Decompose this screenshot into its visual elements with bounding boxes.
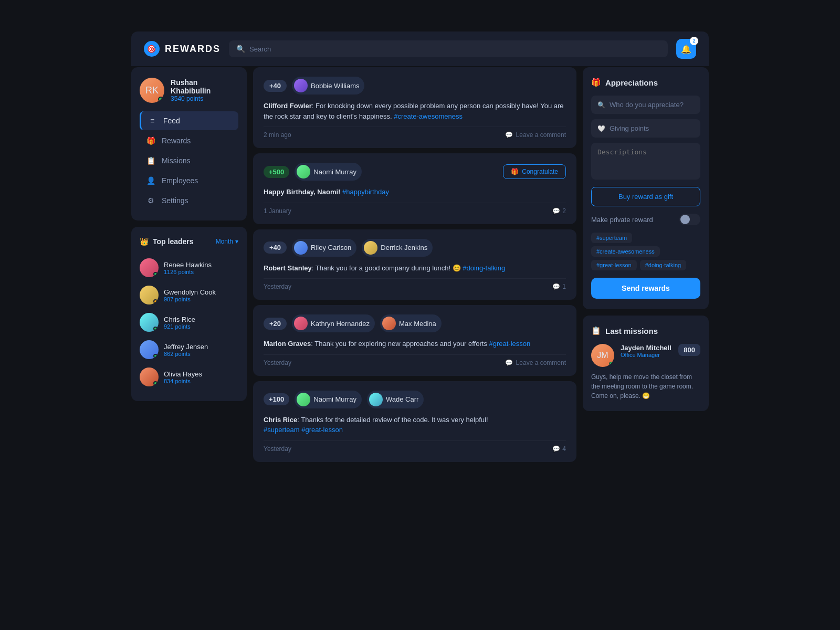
description-input[interactable] bbox=[591, 143, 700, 180]
nav-menu: ≡ Feed 🎁 Rewards 📋 Missions 👤 Employees bbox=[140, 111, 238, 210]
timestamp: 2 min ago bbox=[264, 131, 291, 139]
appreciations-card: 🎁 Appreciations 🔍 Who do you appreciate?… bbox=[583, 67, 709, 309]
feed-card-header: +100 Naomi Murray Wade Carr bbox=[264, 391, 566, 408]
sender-name: Chris Rice bbox=[264, 416, 297, 424]
sidebar-item-feed-label: Feed bbox=[163, 117, 180, 125]
notification-button[interactable]: 🔔 2 bbox=[676, 39, 696, 59]
mission-item: JM Jayden Mitchell Office Manager 800 bbox=[591, 344, 700, 367]
comment-icon: 💬 bbox=[505, 131, 513, 139]
recipient-chip: Naomi Murray bbox=[295, 163, 362, 181]
user-name: Rushan Khabibullin bbox=[171, 78, 238, 95]
missions-title: 📋 Last missions bbox=[591, 326, 700, 335]
leave-comment-link[interactable]: 💬 Leave a comment bbox=[505, 131, 566, 139]
feed-footer: Yesterday 💬 Leave a comment bbox=[264, 354, 566, 366]
leader-points: 834 points bbox=[164, 378, 238, 384]
search-icon: 🔍 bbox=[597, 101, 605, 109]
private-reward-toggle[interactable] bbox=[679, 214, 700, 225]
feed-text: Happy Birthday, Naomi! #happybirthday bbox=[264, 187, 566, 197]
who-appreciate-input[interactable]: 🔍 Who do you appreciate? bbox=[591, 96, 700, 114]
online-indicator bbox=[153, 272, 158, 276]
recipient-avatar bbox=[364, 241, 377, 255]
recipient-avatar bbox=[382, 317, 396, 330]
top-leaders-card: 👑 Top leaders Month ▾ Renee Hawkins 1126… bbox=[131, 227, 247, 401]
feed-footer: Yesterday 💬 1 bbox=[264, 278, 566, 290]
sidebar-item-missions[interactable]: 📋 Missions bbox=[140, 151, 238, 170]
recipient-avatar bbox=[294, 79, 308, 92]
online-indicator bbox=[153, 299, 158, 303]
comment-count: 💬 2 bbox=[552, 207, 566, 215]
message-text: Happy Birthday, Naomi! bbox=[264, 188, 340, 196]
feed-card-header: +40 Riley Carlson Derrick Jenkins bbox=[264, 239, 566, 257]
send-rewards-button[interactable]: Send rewards bbox=[591, 278, 700, 299]
points-badge: +40 bbox=[264, 80, 287, 92]
recipient-name: Kathryn Hernandez bbox=[311, 320, 370, 328]
points-badge: +40 bbox=[264, 242, 287, 254]
tag-superteam[interactable]: #superteam bbox=[591, 233, 632, 243]
search-placeholder: Search bbox=[249, 45, 271, 53]
hashtag: #great-lesson bbox=[301, 426, 343, 434]
giving-points-input[interactable]: 🤍 Giving points bbox=[591, 119, 700, 138]
logo-icon: 🎯 bbox=[144, 41, 160, 57]
timestamp: Yesterday bbox=[264, 359, 291, 366]
hashtag: #superteam bbox=[264, 426, 300, 434]
recipient-name: Bobbie Williams bbox=[311, 82, 359, 90]
timestamp: Yesterday bbox=[264, 445, 291, 453]
comment-count: 💬 1 bbox=[552, 283, 566, 290]
rewards-icon: 🎁 bbox=[146, 136, 155, 145]
tag-great-lesson[interactable]: #great-lesson bbox=[591, 260, 637, 270]
recipient-chip: Max Medina bbox=[380, 314, 442, 332]
hashtag: #create-awesomeness bbox=[394, 112, 463, 120]
points-badge: +20 bbox=[264, 318, 287, 330]
sidebar-item-missions-label: Missions bbox=[162, 156, 190, 165]
leader-name: Jeffrey Jensen bbox=[164, 343, 238, 351]
timestamp: 1 January bbox=[264, 207, 291, 215]
recipient-avatar bbox=[294, 317, 308, 330]
feed-card: +40 Riley Carlson Derrick Jenkins Robert… bbox=[253, 229, 576, 300]
missions-icon: 📋 bbox=[591, 326, 601, 335]
missions-card: 📋 Last missions JM Jayden Mitchell Offic… bbox=[583, 316, 709, 411]
leave-comment-link[interactable]: 💬 Leave a comment bbox=[505, 359, 566, 366]
mission-person-role: Office Manager bbox=[621, 352, 672, 358]
sidebar-item-rewards[interactable]: 🎁 Rewards bbox=[140, 131, 238, 150]
hashtag: #doing-talking bbox=[463, 264, 505, 272]
online-indicator bbox=[153, 354, 158, 358]
missions-icon: 📋 bbox=[146, 156, 155, 165]
month-selector[interactable]: Month ▾ bbox=[216, 238, 238, 245]
feed-text: Robert Stanley: Thank you for a good com… bbox=[264, 263, 566, 274]
sidebar-item-settings[interactable]: ⚙ Settings bbox=[140, 191, 238, 210]
online-indicator bbox=[158, 97, 163, 102]
user-profile-card: RK Rushan Khabibullin 3540 points ≡ Feed… bbox=[131, 67, 247, 220]
search-icon: 🔍 bbox=[236, 45, 245, 53]
leader-info: Chris Rice 921 points bbox=[164, 316, 238, 330]
recipient-chip: Wade Carr bbox=[367, 391, 424, 408]
timestamp: Yesterday bbox=[264, 283, 291, 290]
feed-card: +40 Bobbie Williams Clifford Fowler: For… bbox=[253, 67, 576, 148]
buy-reward-button[interactable]: Buy reward as gift bbox=[591, 187, 700, 206]
avatar bbox=[140, 313, 159, 332]
leader-name: Renee Hawkins bbox=[164, 261, 238, 269]
feed: +40 Bobbie Williams Clifford Fowler: For… bbox=[253, 67, 576, 462]
sidebar-item-feed[interactable]: ≡ Feed bbox=[140, 111, 238, 130]
logo-text: REWARDS bbox=[165, 44, 220, 55]
sender-name: Clifford Fowler bbox=[264, 102, 312, 110]
leader-points: 1126 points bbox=[164, 269, 238, 275]
sidebar-item-employees[interactable]: 👤 Employees bbox=[140, 171, 238, 190]
leader-item: Gwendolyn Cook 987 points bbox=[140, 281, 238, 309]
search-bar[interactable]: 🔍 Search bbox=[229, 40, 668, 57]
recipient-chip: Bobbie Williams bbox=[292, 77, 364, 94]
points-label: Giving points bbox=[610, 124, 649, 132]
crown-icon: 👑 bbox=[140, 237, 149, 246]
missions-title-text: Last missions bbox=[605, 327, 658, 335]
tag-create-awesomeness[interactable]: #create-awesomeness bbox=[591, 246, 660, 257]
congratulate-button[interactable]: 🎁 Congratulate bbox=[503, 164, 566, 179]
leaders-title-text: Top leaders bbox=[153, 237, 194, 246]
sender-name: Robert Stanley bbox=[264, 264, 312, 272]
leaders-title: 👑 Top leaders bbox=[140, 237, 194, 246]
leader-name: Olivia Hayes bbox=[164, 370, 238, 378]
leader-points: 862 points bbox=[164, 351, 238, 357]
appreciations-title: 🎁 Appreciations bbox=[591, 78, 700, 87]
feed-card-header: +40 Bobbie Williams bbox=[264, 77, 566, 94]
points-badge: +100 bbox=[264, 393, 289, 405]
toggle-thumb bbox=[680, 215, 690, 224]
tag-doing-talking[interactable]: #doing-talking bbox=[640, 260, 687, 270]
